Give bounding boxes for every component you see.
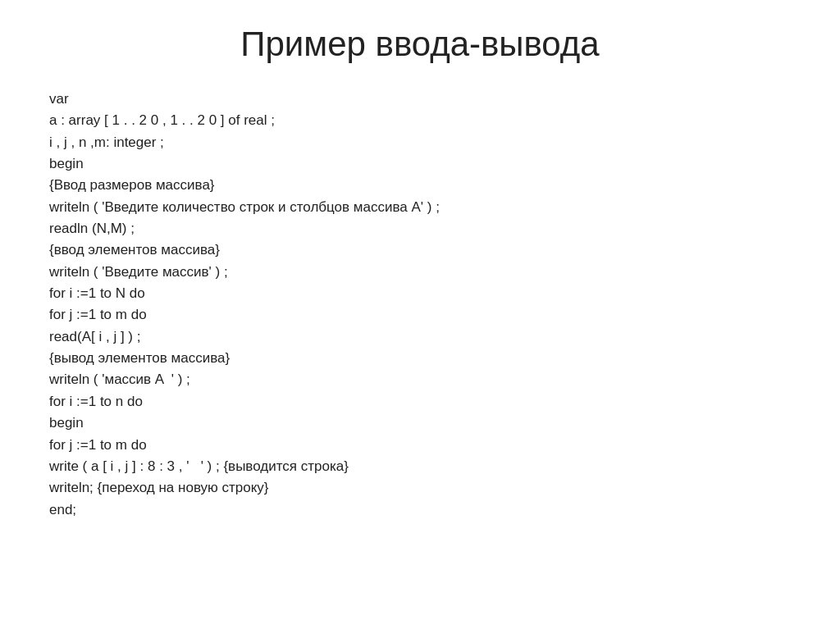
code-line: writeln ( 'Введите массив' ) ; xyxy=(49,262,791,283)
page-title: Пример ввода-вывода xyxy=(49,25,791,64)
code-line: writeln; {переход на новую строку} xyxy=(49,477,791,499)
code-line: i , j , n ,m: integer ; xyxy=(49,132,791,153)
code-line: writeln ( 'массив A ' ) ; xyxy=(49,369,791,390)
code-line: writeln ( 'Введите количество строк и ст… xyxy=(49,197,791,218)
code-line: a : array [ 1 . . 2 0 , 1 . . 2 0 ] of r… xyxy=(49,110,791,131)
code-line: write ( a [ i , j ] : 8 : 3 , ' ' ) ; {в… xyxy=(49,456,791,477)
page-container: Пример ввода-вывода vara : array [ 1 . .… xyxy=(0,0,840,629)
code-line: {Ввод размеров массива} xyxy=(49,175,791,196)
code-line: for j :=1 to m do xyxy=(49,304,791,326)
code-line: readln (N,M) ; xyxy=(49,218,791,239)
code-line: {вывод элементов массива} xyxy=(49,348,791,369)
code-line: read(A[ i , j ] ) ; xyxy=(49,326,791,348)
code-line: begin xyxy=(49,153,791,175)
code-line: begin xyxy=(49,412,791,434)
code-line: var xyxy=(49,89,791,110)
code-block: vara : array [ 1 . . 2 0 , 1 . . 2 0 ] o… xyxy=(49,89,791,521)
code-line: for i :=1 to n do xyxy=(49,391,791,412)
code-line: {ввод элементов массива} xyxy=(49,239,791,261)
code-line: for i :=1 to N do xyxy=(49,283,791,304)
code-line: end; xyxy=(49,499,791,521)
code-line: for j :=1 to m do xyxy=(49,435,791,456)
